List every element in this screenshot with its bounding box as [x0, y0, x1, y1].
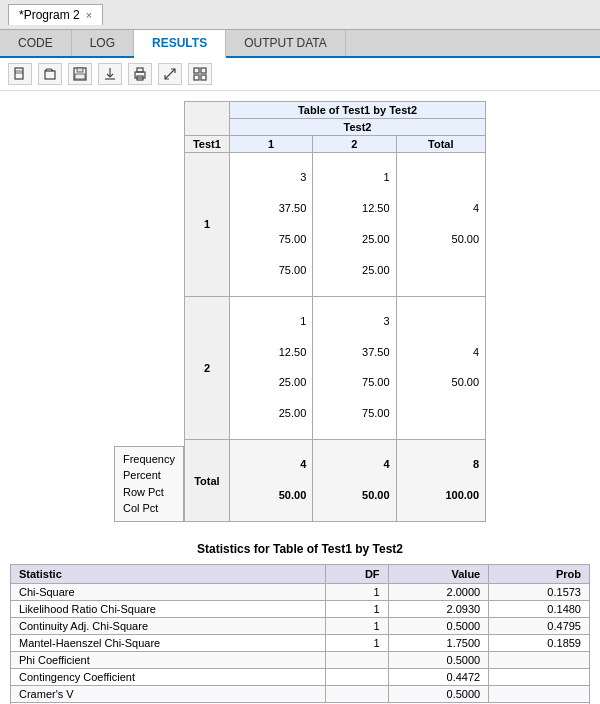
svg-rect-15	[201, 68, 206, 73]
stats-df-3: 1	[325, 634, 388, 651]
toolbar-btn-save[interactable]	[68, 63, 92, 85]
stats-value-4: 0.5000	[388, 651, 489, 668]
stats-df-2: 1	[325, 617, 388, 634]
stats-row-lr-chisquare: Likelihood Ratio Chi-Square 1 2.0930 0.1…	[11, 600, 590, 617]
legend-colpct: Col Pct	[123, 500, 175, 517]
crosstab-col1: 1	[229, 136, 312, 153]
toolbar-btn-grid[interactable]	[188, 63, 212, 85]
svg-rect-0	[15, 68, 23, 79]
crosstab-wrapper: Frequency Percent Row Pct Col Pct Table …	[114, 101, 486, 522]
stats-prob-0: 0.1573	[489, 583, 590, 600]
svg-rect-3	[45, 71, 55, 79]
svg-rect-6	[75, 74, 85, 79]
toolbar-btn-download[interactable]	[98, 63, 122, 85]
title-bar: *Program 2 ×	[0, 0, 600, 30]
crosstab-section: Frequency Percent Row Pct Col Pct Table …	[10, 101, 590, 522]
close-button[interactable]: ×	[86, 9, 92, 21]
crosstab-col-total: Total	[396, 136, 485, 153]
stats-df-6	[325, 685, 388, 702]
stats-value-1: 2.0930	[388, 600, 489, 617]
program-tab[interactable]: *Program 2 ×	[8, 4, 103, 25]
statistics-section: Statistics for Table of Test1 by Test2 S…	[10, 542, 590, 704]
stats-df-5	[325, 668, 388, 685]
statistics-title: Statistics for Table of Test1 by Test2	[10, 542, 590, 556]
svg-line-12	[170, 69, 175, 74]
toolbar-btn-open[interactable]	[38, 63, 62, 85]
program-name: *Program 2	[19, 8, 80, 22]
crosstab-r1c2: 1 12.50 25.00 25.00	[313, 153, 396, 297]
svg-rect-16	[194, 75, 199, 80]
tab-log[interactable]: LOG	[72, 30, 134, 56]
stats-row-continuity-chi: Continuity Adj. Chi-Square 1 0.5000 0.47…	[11, 617, 590, 634]
crosstab-row-header: Test1	[184, 136, 229, 153]
stats-df-4	[325, 651, 388, 668]
crosstab-col2: 2	[313, 136, 396, 153]
toolbar-btn-expand[interactable]	[158, 63, 182, 85]
main-content: Frequency Percent Row Pct Col Pct Table …	[0, 91, 600, 704]
stats-row-contingency: Contingency Coefficient 0.4472	[11, 668, 590, 685]
stats-name-2: Continuity Adj. Chi-Square	[11, 617, 326, 634]
stats-name-6: Cramer's V	[11, 685, 326, 702]
stats-row-phi: Phi Coefficient 0.5000	[11, 651, 590, 668]
crosstab-total-label: Total	[184, 440, 229, 522]
stats-col-statistic: Statistic	[11, 564, 326, 583]
tab-bar: CODE LOG RESULTS OUTPUT DATA	[0, 30, 600, 58]
stats-name-0: Chi-Square	[11, 583, 326, 600]
svg-line-13	[165, 74, 170, 79]
stats-value-0: 2.0000	[388, 583, 489, 600]
stats-col-df: DF	[325, 564, 388, 583]
stats-prob-4	[489, 651, 590, 668]
stats-name-3: Mantel-Haenszel Chi-Square	[11, 634, 326, 651]
toolbar-btn-print[interactable]	[128, 63, 152, 85]
crosstab-title: Table of Test1 by Test2	[229, 102, 485, 119]
stats-prob-6	[489, 685, 590, 702]
legend-percent: Percent	[123, 467, 175, 484]
stats-name-1: Likelihood Ratio Chi-Square	[11, 600, 326, 617]
crosstab-r1-total: 4 50.00	[396, 153, 485, 297]
stats-row-chisquare: Chi-Square 1 2.0000 0.1573	[11, 583, 590, 600]
legend-rowpct: Row Pct	[123, 484, 175, 501]
crosstab-r1c1: 3 37.50 75.00 75.00	[229, 153, 312, 297]
stats-name-5: Contingency Coefficient	[11, 668, 326, 685]
crosstab-r2c2: 3 37.50 75.00 75.00	[313, 296, 396, 440]
tab-code[interactable]: CODE	[0, 30, 72, 56]
legend-frequency: Frequency	[123, 451, 175, 468]
stats-col-value: Value	[388, 564, 489, 583]
stats-col-prob: Prob	[489, 564, 590, 583]
stats-prob-5	[489, 668, 590, 685]
crosstab-r2-total: 4 50.00	[396, 296, 485, 440]
stats-value-6: 0.5000	[388, 685, 489, 702]
crosstab-total-c1: 4 50.00	[229, 440, 312, 522]
crosstab-grand-total: 8 100.00	[396, 440, 485, 522]
crosstab-table: Table of Test1 by Test2 Test2 Test1 1 2 …	[184, 101, 486, 522]
stats-row-cramersv: Cramer's V 0.5000	[11, 685, 590, 702]
crosstab-row2-label: 2	[184, 296, 229, 440]
crosstab-legend: Frequency Percent Row Pct Col Pct	[114, 446, 184, 522]
stats-value-3: 1.7500	[388, 634, 489, 651]
crosstab-r2c1: 1 12.50 25.00 25.00	[229, 296, 312, 440]
tab-output-data[interactable]: OUTPUT DATA	[226, 30, 346, 56]
stats-value-5: 0.4472	[388, 668, 489, 685]
tab-results[interactable]: RESULTS	[134, 30, 226, 58]
stats-name-4: Phi Coefficient	[11, 651, 326, 668]
crosstab-total-c2: 4 50.00	[313, 440, 396, 522]
crosstab-row1-label: 1	[184, 153, 229, 297]
toolbar	[0, 58, 600, 91]
stats-prob-3: 0.1859	[489, 634, 590, 651]
toolbar-btn-new[interactable]	[8, 63, 32, 85]
stats-prob-1: 0.1480	[489, 600, 590, 617]
svg-rect-14	[194, 68, 199, 73]
statistics-table: Statistic DF Value Prob Chi-Square 1 2.0…	[10, 564, 590, 704]
stats-df-0: 1	[325, 583, 388, 600]
svg-rect-5	[77, 68, 83, 72]
stats-value-2: 0.5000	[388, 617, 489, 634]
svg-rect-17	[201, 75, 206, 80]
stats-row-mantel: Mantel-Haenszel Chi-Square 1 1.7500 0.18…	[11, 634, 590, 651]
crosstab-col-header: Test2	[229, 119, 485, 136]
stats-df-1: 1	[325, 600, 388, 617]
stats-prob-2: 0.4795	[489, 617, 590, 634]
svg-rect-10	[137, 68, 143, 72]
